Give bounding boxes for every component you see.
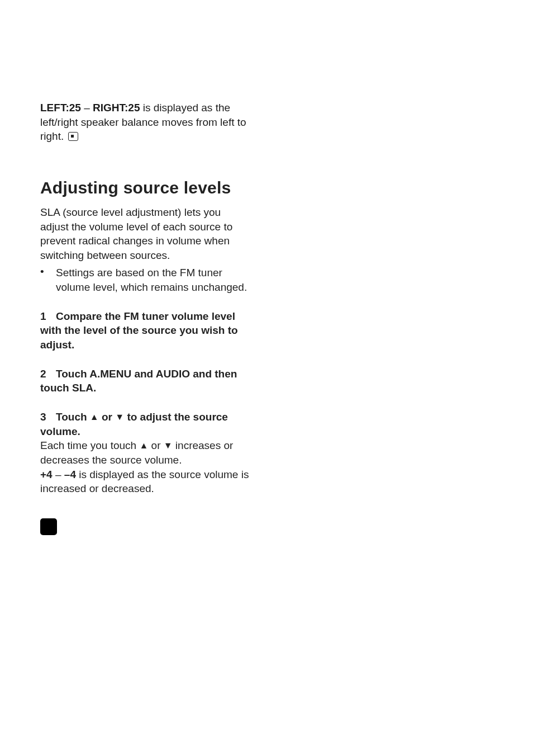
step-1: 1Compare the FM tuner volume level with … bbox=[40, 309, 251, 352]
up-arrow-icon: ▲ bbox=[139, 441, 148, 450]
bullet-item: • Settings are based on the FM tuner vol… bbox=[40, 266, 251, 294]
intro-paragraph: LEFT:25 – RIGHT:25 is displayed as the l… bbox=[40, 101, 251, 144]
up-arrow-icon: ▲ bbox=[90, 412, 99, 422]
range-dash: – bbox=[55, 469, 61, 480]
step-number: 3 bbox=[40, 410, 56, 424]
end-mark-icon bbox=[68, 132, 78, 141]
step-number: 1 bbox=[40, 309, 56, 324]
left-label: LEFT:25 bbox=[40, 102, 81, 114]
body-paragraph-1: SLA (source level adjustment) lets you a… bbox=[40, 205, 251, 263]
step-number: 2 bbox=[40, 367, 56, 381]
right-label: RIGHT:25 bbox=[93, 102, 140, 114]
section-heading: Adjusting source levels bbox=[40, 178, 251, 197]
step-3-detail-b: +4 – –4 is displayed as the source volum… bbox=[40, 467, 251, 496]
detail-pre: Each time you touch bbox=[40, 440, 139, 451]
step-pre: Touch bbox=[56, 411, 90, 423]
dash: – bbox=[84, 102, 90, 114]
range-minus: –4 bbox=[64, 469, 76, 480]
bullet-dot-icon: • bbox=[40, 266, 56, 294]
step-text: Compare the FM tuner volume level with t… bbox=[40, 310, 238, 351]
detail-mid: or bbox=[148, 440, 163, 451]
step-mid: or bbox=[99, 411, 116, 423]
step-2: 2Touch A.MENU and AUDIO and then touch S… bbox=[40, 367, 251, 395]
bullet-text: Settings are based on the FM tuner volum… bbox=[56, 266, 251, 294]
step-text: Touch A.MENU and AUDIO and then touch SL… bbox=[40, 368, 237, 394]
down-arrow-icon: ▼ bbox=[115, 412, 124, 422]
range-plus: +4 bbox=[40, 469, 53, 480]
down-arrow-icon: ▼ bbox=[164, 441, 173, 450]
section-end-icon bbox=[40, 518, 57, 535]
step-3-detail-a: Each time you touch ▲ or ▼ increases or … bbox=[40, 438, 251, 467]
step-3: 3Touch ▲ or ▼ to adjust the source volum… bbox=[40, 410, 251, 438]
